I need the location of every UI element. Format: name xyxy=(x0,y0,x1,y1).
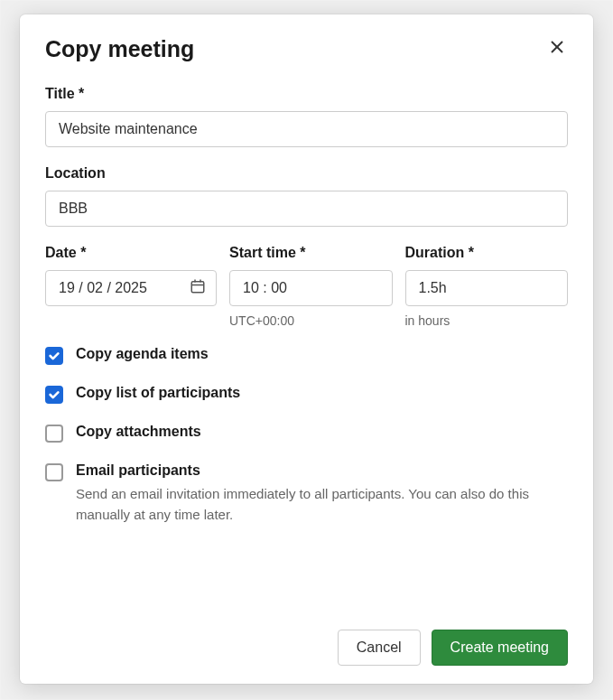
cancel-button[interactable]: Cancel xyxy=(338,630,421,666)
copy-attachments-label[interactable]: Copy attachments xyxy=(76,424,201,439)
start-time-field-group: Start time * UTC+00:00 xyxy=(229,245,393,328)
location-input[interactable] xyxy=(45,191,568,227)
copy-participants-group: Copy list of participants xyxy=(45,385,568,404)
copy-participants-label-wrap: Copy list of participants xyxy=(76,385,568,401)
copy-attachments-label-wrap: Copy attachments xyxy=(76,424,568,440)
date-label: Date * xyxy=(45,245,217,261)
datetime-row: Date * Start time * UTC+00:00 Duration * xyxy=(45,245,568,328)
copy-agenda-checkbox[interactable] xyxy=(45,347,63,365)
email-participants-label-wrap: Email participants Send an email invitat… xyxy=(76,462,568,525)
date-input-wrapper xyxy=(45,270,217,306)
copy-meeting-modal: Copy meeting Title * Location Date * xyxy=(20,14,593,684)
create-meeting-button[interactable]: Create meeting xyxy=(432,630,568,666)
email-participants-desc: Send an email invitation immediately to … xyxy=(76,484,568,525)
modal-header: Copy meeting xyxy=(45,36,568,62)
start-time-label: Start time * xyxy=(229,245,393,261)
duration-input[interactable] xyxy=(405,270,569,306)
copy-agenda-label-wrap: Copy agenda items xyxy=(76,346,568,362)
copy-agenda-label[interactable]: Copy agenda items xyxy=(76,346,209,361)
close-button[interactable] xyxy=(546,36,568,61)
modal-footer: Cancel Create meeting xyxy=(45,621,568,666)
date-field-group: Date * xyxy=(45,245,217,328)
modal-title: Copy meeting xyxy=(45,36,194,62)
title-label: Title * xyxy=(45,86,568,102)
date-input[interactable] xyxy=(45,270,217,306)
copy-participants-label[interactable]: Copy list of participants xyxy=(76,385,240,400)
copy-attachments-group: Copy attachments xyxy=(45,424,568,443)
copy-attachments-checkbox[interactable] xyxy=(45,425,63,443)
duration-hint: in hours xyxy=(405,313,569,328)
email-participants-group: Email participants Send an email invitat… xyxy=(45,462,568,525)
close-icon xyxy=(550,40,564,57)
copy-participants-checkbox[interactable] xyxy=(45,386,63,404)
title-input[interactable] xyxy=(45,111,568,147)
duration-label: Duration * xyxy=(405,245,569,261)
copy-agenda-group: Copy agenda items xyxy=(45,346,568,365)
location-label: Location xyxy=(45,165,568,182)
start-time-hint: UTC+00:00 xyxy=(229,313,393,328)
location-field-group: Location xyxy=(45,165,568,227)
duration-field-group: Duration * in hours xyxy=(405,245,569,328)
start-time-input[interactable] xyxy=(229,270,393,306)
email-participants-checkbox[interactable] xyxy=(45,463,63,481)
email-participants-label[interactable]: Email participants xyxy=(76,462,200,478)
title-field-group: Title * xyxy=(45,86,568,147)
